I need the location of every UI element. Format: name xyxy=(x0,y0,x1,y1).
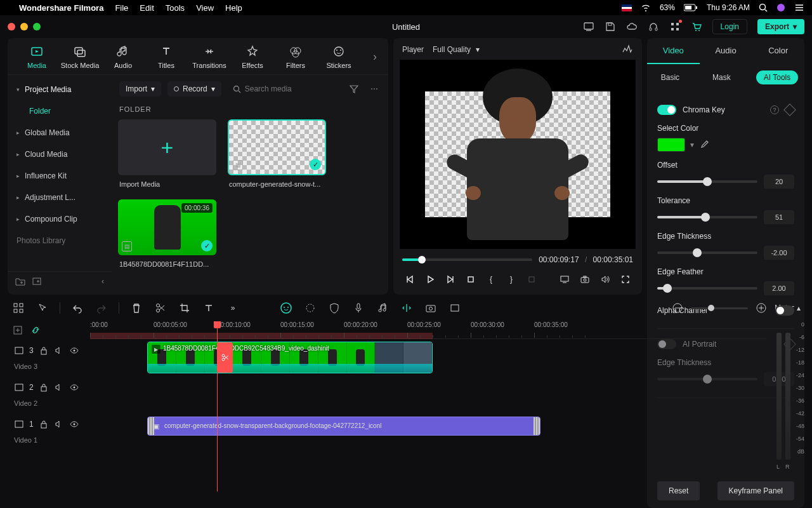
zoom-slider[interactable] xyxy=(691,307,748,309)
tab-effects[interactable]: Effects xyxy=(232,44,273,69)
alpha-toggle[interactable] xyxy=(775,305,794,316)
screen-icon[interactable] xyxy=(583,21,594,32)
crop-tool[interactable] xyxy=(178,301,192,315)
tabs-more-button[interactable]: › xyxy=(370,50,379,64)
crop-button[interactable] xyxy=(524,272,539,287)
timeline-area[interactable]: :00:0000:00:05:0000:00:10:0000:00:15:000… xyxy=(90,321,766,491)
edge-thickness-value[interactable]: -2.00 xyxy=(764,246,794,260)
menu-help[interactable]: Help xyxy=(225,3,242,13)
tolerance-value[interactable]: 51 xyxy=(764,210,794,224)
search-input[interactable] xyxy=(245,84,335,93)
timeline-clip-video[interactable]: ▶ 1B45878DD0081F4F11DDCB92C54834B9_video… xyxy=(147,342,433,373)
minimize-window-button[interactable] xyxy=(20,23,28,30)
volume-button[interactable] xyxy=(598,272,613,287)
props-tab-color[interactable]: Color xyxy=(752,38,804,64)
zoom-out-button[interactable] xyxy=(671,301,684,315)
tab-filters[interactable]: Filters xyxy=(275,44,316,69)
nav-influence-kit[interactable]: ▸Influence Kit xyxy=(8,165,112,187)
lock-icon[interactable] xyxy=(39,382,49,392)
tab-media[interactable]: Media xyxy=(16,44,57,69)
control-center-icon[interactable] xyxy=(794,4,804,11)
filter-icon[interactable] xyxy=(346,81,362,97)
link-button[interactable] xyxy=(30,325,41,335)
save-icon[interactable] xyxy=(605,21,616,32)
offset-slider[interactable] xyxy=(657,180,757,183)
render-tool[interactable] xyxy=(448,301,462,315)
quality-dropdown[interactable]: Full Quality ▾ xyxy=(433,45,480,54)
track-head-2[interactable]: 2 Video 2 xyxy=(8,376,90,413)
siri-icon[interactable] xyxy=(776,3,785,12)
maximize-window-button[interactable] xyxy=(33,23,41,30)
eye-icon[interactable] xyxy=(69,382,79,392)
redo-button[interactable] xyxy=(95,301,108,315)
chroma-color-swatch[interactable] xyxy=(657,138,685,152)
offset-value[interactable]: 20 xyxy=(764,175,794,189)
tab-audio[interactable]: Audio xyxy=(103,44,143,69)
new-folder-icon[interactable] xyxy=(15,277,25,286)
nav-photos-library[interactable]: Photos Library xyxy=(8,230,112,251)
edge-feather-slider[interactable] xyxy=(657,287,757,290)
cart-icon[interactable] xyxy=(691,21,702,32)
marker-tool[interactable] xyxy=(400,301,414,315)
headphones-icon[interactable] xyxy=(648,21,659,32)
chroma-key-toggle[interactable] xyxy=(657,105,676,115)
snapshot-button[interactable] xyxy=(577,272,593,287)
stop-button[interactable] xyxy=(463,272,478,287)
zoom-in-button[interactable] xyxy=(754,301,768,315)
chevron-down-icon[interactable]: ▾ xyxy=(690,140,694,149)
display-button[interactable] xyxy=(557,272,572,287)
mute-icon[interactable] xyxy=(54,345,64,356)
tab-transitions[interactable]: Transitions xyxy=(189,44,230,69)
undo-button[interactable] xyxy=(70,301,84,315)
mute-icon[interactable] xyxy=(54,382,64,392)
tolerance-slider[interactable] xyxy=(657,216,757,218)
color-tool[interactable] xyxy=(303,301,317,315)
app-name[interactable]: Wondershare Filmora xyxy=(19,3,103,13)
menu-tools[interactable]: Tools xyxy=(166,3,185,13)
menu-edit[interactable]: Edit xyxy=(140,3,154,13)
tab-stock-media[interactable]: Stock Media xyxy=(60,44,100,69)
media-tile[interactable]: ▦ ✓ computer-generated-snow-t... xyxy=(228,119,326,188)
nav-global-media[interactable]: ▸Global Media xyxy=(8,122,112,144)
fullscreen-button[interactable] xyxy=(618,272,633,287)
timeline-clip-image[interactable]: ▣ computer-generated-snow-transparent-ba… xyxy=(147,417,540,436)
tab-stickers[interactable]: Stickers xyxy=(318,44,359,69)
nav-project-media[interactable]: ▾ Project Media xyxy=(8,79,112,100)
export-button[interactable]: Export ▾ xyxy=(757,19,804,34)
nav-cloud-media[interactable]: ▸Cloud Media xyxy=(8,144,112,165)
snapshot-tool[interactable] xyxy=(424,301,438,315)
edge-feather-value[interactable]: 2.00 xyxy=(764,281,794,295)
text-tool[interactable] xyxy=(202,301,216,315)
more-tools[interactable]: » xyxy=(226,301,240,315)
close-window-button[interactable] xyxy=(8,23,15,30)
nav-adjustment-layer[interactable]: ▸Adjustment L... xyxy=(8,187,112,208)
clip-handle-right[interactable] xyxy=(534,417,540,435)
scopes-icon[interactable] xyxy=(622,44,633,55)
wifi-icon[interactable] xyxy=(641,4,651,11)
subtab-mask[interactable]: Mask xyxy=(705,70,738,84)
ai-button[interactable] xyxy=(279,301,293,315)
lock-icon[interactable] xyxy=(39,345,49,356)
delete-button[interactable] xyxy=(129,301,143,315)
track-head-1[interactable]: 1 Video 1 xyxy=(8,413,90,450)
props-tab-video[interactable]: Video xyxy=(647,38,700,64)
split-button[interactable] xyxy=(154,301,167,315)
playhead[interactable] xyxy=(217,321,218,491)
subtab-ai-tools[interactable]: AI Tools xyxy=(756,70,798,84)
props-tab-audio[interactable]: Audio xyxy=(700,38,752,64)
search-media[interactable] xyxy=(228,81,340,97)
mark-out-button[interactable]: } xyxy=(504,272,519,287)
menu-view[interactable]: View xyxy=(196,3,214,13)
new-bin-icon[interactable] xyxy=(32,277,42,286)
nav-compound-clip[interactable]: ▸Compound Clip xyxy=(8,208,112,230)
import-dropdown[interactable]: Import ▾ xyxy=(119,81,161,97)
collapse-nav-button[interactable]: ‹ xyxy=(102,277,104,286)
help-icon[interactable]: ? xyxy=(770,105,779,114)
mute-icon[interactable] xyxy=(54,419,64,429)
next-frame-button[interactable] xyxy=(443,272,458,287)
more-icon[interactable]: ⋯ xyxy=(368,82,381,96)
eyedropper-icon[interactable] xyxy=(699,140,709,150)
add-track-button[interactable] xyxy=(13,325,23,335)
track-head-3[interactable]: 3 Video 3 xyxy=(8,339,90,376)
nav-folder[interactable]: Folder xyxy=(8,100,112,122)
